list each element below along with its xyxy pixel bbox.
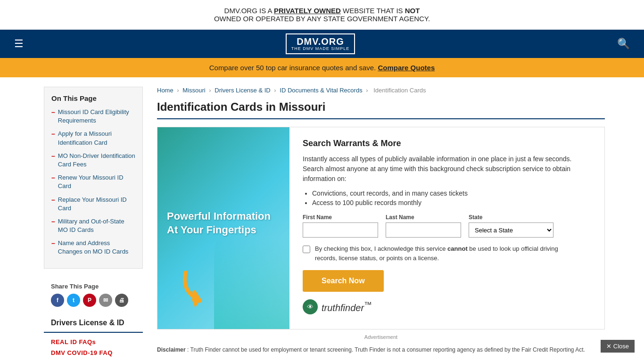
list-item: – Replace Your Missouri ID Card <box>51 196 135 213</box>
checkbox-label: By checking this box, I acknowledge this… <box>315 244 567 263</box>
on-this-page-title: On This Page <box>51 94 135 102</box>
ad-image-text: Powerful Information At Your Fingertips <box>167 210 280 237</box>
ad-image-panel: Powerful Information At Your Fingertips <box>157 127 289 329</box>
content-area: Home › Missouri › Drivers License & ID ›… <box>148 77 605 362</box>
ad-label: Advertisement <box>157 334 605 340</box>
print-share-button[interactable]: 🖨 <box>115 294 128 307</box>
logo-sub-text: THE DMV MADE SIMPLE <box>291 47 350 51</box>
search-now-button[interactable]: Search Now <box>303 270 384 292</box>
breadcrumb-subsection[interactable]: ID Documents & Vital Records <box>280 87 362 94</box>
state-label: State <box>469 214 553 221</box>
navbar: ☰ DMV.ORG THE DMV MADE SIMPLE 🔍 <box>0 30 644 58</box>
insurance-banner: Compare over 50 top car insurance quotes… <box>0 58 644 77</box>
acknowledge-checkbox[interactable] <box>303 246 310 253</box>
logo-box: DMV.ORG THE DMV MADE SIMPLE <box>286 33 355 54</box>
first-name-group: First Name <box>303 214 378 238</box>
sidebar-link-apply[interactable]: Apply for a Missouri Identification Card <box>58 130 135 147</box>
truthfinder-logo: 👁 truthfinder™ <box>303 299 591 314</box>
disclaimer-text: : Truth Finder cannot be used for employ… <box>187 346 585 353</box>
site-logo[interactable]: DMV.ORG THE DMV MADE SIMPLE <box>286 33 355 54</box>
facebook-share-button[interactable]: f <box>51 294 64 307</box>
search-icon[interactable]: 🔍 <box>617 38 630 50</box>
email-share-button[interactable]: ✉ <box>99 294 112 307</box>
acknowledgement-row: By checking this box, I acknowledge this… <box>303 244 567 263</box>
pinterest-share-button[interactable]: P <box>83 294 96 307</box>
ad-card: Powerful Information At Your Fingertips … <box>157 127 605 329</box>
first-name-label: First Name <box>303 214 378 221</box>
dash-icon: – <box>51 239 55 247</box>
dash-icon: – <box>51 108 55 116</box>
state-select[interactable]: Select a State Alabama Alaska Arizona Mi… <box>469 222 553 238</box>
search-form-row: First Name Last Name State Select a Stat… <box>303 214 591 238</box>
on-this-page-box: On This Page – Missouri ID Card Eligibil… <box>44 87 143 269</box>
logo-main-text: DMV.ORG <box>291 36 350 47</box>
dash-icon: – <box>51 218 55 225</box>
last-name-input[interactable] <box>386 222 461 238</box>
breadcrumb-current: Identification Cards <box>373 87 426 94</box>
breadcrumb-sep: › <box>209 87 213 94</box>
list-item: – Apply for a Missouri Identification Ca… <box>51 130 135 147</box>
real-id-faq-link[interactable]: REAL ID FAQs <box>44 337 143 347</box>
ad-content-panel: Search Warrants & More Instantly access … <box>289 127 604 329</box>
twitter-share-button[interactable]: t <box>67 294 80 307</box>
breadcrumb: Home › Missouri › Drivers License & ID ›… <box>157 87 605 94</box>
ad-bullet-1: Convictions, court records, and in many … <box>312 189 591 197</box>
truthfinder-text: truthfinder™ <box>322 300 372 313</box>
first-name-input[interactable] <box>303 222 378 238</box>
list-item: – Missouri ID Card Eligibility Requireme… <box>51 108 135 125</box>
sidebar-link-fees[interactable]: MO Non-Driver Identification Card Fees <box>58 152 135 169</box>
insurance-text: Compare over 50 top car insurance quotes… <box>209 64 376 72</box>
breadcrumb-section[interactable]: Drivers License & ID <box>215 87 270 94</box>
share-section: Share This Page f t P ✉ 🖨 <box>44 278 143 314</box>
disclaimer-label: Disclaimer <box>157 346 186 353</box>
share-title: Share This Page <box>51 283 136 290</box>
dash-icon: – <box>51 152 55 160</box>
sidebar-link-military[interactable]: Military and Out-of-State MO ID Cards <box>58 217 135 234</box>
sidebar-link-replace[interactable]: Replace Your Missouri ID Card <box>58 196 135 213</box>
covid-faq-link[interactable]: DMV COVID-19 FAQ <box>44 347 143 358</box>
list-item: – Renew Your Missouri ID Card <box>51 173 135 190</box>
breadcrumb-sep: › <box>366 87 370 94</box>
breadcrumb-sep: › <box>274 87 278 94</box>
ad-title: Search Warrants & More <box>303 139 591 148</box>
banner-line1: DMV.ORG IS A PRIVATELY OWNED WEBSITE THA… <box>9 7 635 15</box>
ad-description: Instantly access all types of publicly a… <box>303 154 591 184</box>
dash-icon: – <box>51 196 55 204</box>
page-title: Identification Cards in Missouri <box>157 100 605 119</box>
disclaimer: Disclaimer : Truth Finder cannot be used… <box>157 342 605 358</box>
share-icons-row: f t P ✉ 🖨 <box>51 294 136 307</box>
breadcrumb-home[interactable]: Home <box>157 87 173 94</box>
dash-icon: – <box>51 130 55 138</box>
list-item: – Military and Out-of-State MO ID Cards <box>51 217 135 234</box>
sidebar: On This Page – Missouri ID Card Eligibil… <box>39 77 148 362</box>
breadcrumb-sep: › <box>177 87 181 94</box>
list-item: – MO Non-Driver Identification Card Fees <box>51 152 135 169</box>
banner-line2: OWNED OR OPERATED BY ANY STATE GOVERNMEN… <box>9 15 635 23</box>
sidebar-link-renew[interactable]: Renew Your Missouri ID Card <box>58 173 135 190</box>
dash-icon: – <box>51 174 55 181</box>
state-group: State Select a State Alabama Alaska Ariz… <box>469 214 553 238</box>
list-item: – Name and Address Changes on MO ID Card… <box>51 239 135 256</box>
sidebar-link-name-address[interactable]: Name and Address Changes on MO ID Cards <box>58 239 135 256</box>
breadcrumb-state[interactable]: Missouri <box>182 87 205 94</box>
top-banner: DMV.ORG IS A PRIVATELY OWNED WEBSITE THA… <box>0 0 644 30</box>
last-name-label: Last Name <box>386 214 461 221</box>
compare-quotes-link[interactable]: Compare Quotes <box>378 64 435 72</box>
ad-bullet-list: Convictions, court records, and in many … <box>312 189 591 206</box>
sidebar-link-eligibility[interactable]: Missouri ID Card Eligibility Requirement… <box>58 108 135 125</box>
ad-bullet-2: Access to 100 public records monthly <box>312 199 591 206</box>
last-name-group: Last Name <box>386 214 461 238</box>
close-button[interactable]: ✕ Close <box>601 340 635 353</box>
drivers-section-title: Drivers License & ID <box>44 314 143 333</box>
hamburger-menu-icon[interactable]: ☰ <box>14 38 24 50</box>
truthfinder-icon: 👁 <box>303 299 318 314</box>
main-layout: On This Page – Missouri ID Card Eligibil… <box>30 77 614 362</box>
